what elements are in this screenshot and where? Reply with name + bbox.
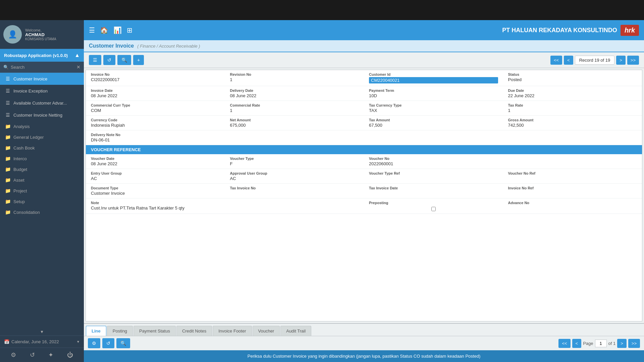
invoice-no-field: Invoice No CI2022000017 [86,70,225,86]
app-title[interactable]: Robustapp Application (v1.0.0) ▲ [0,49,84,62]
due-date-value: 22 June 2022 [508,93,637,98]
entry-user-group-value: AC [91,176,220,181]
menu-icon: ☰ [5,88,11,94]
record-nav: << < Record 19 of 19 > >> [550,56,639,65]
prev-record-button[interactable]: < [564,56,573,65]
bottom-toolbar-left: ⚙ ↺ 🔍 [88,338,130,348]
close-icon[interactable]: ✕ [76,64,80,70]
last-record-button[interactable]: >> [627,56,639,65]
refresh-button[interactable]: ↺ [103,55,115,65]
note-label: Note [91,201,220,205]
menu-icon[interactable]: ☰ [89,26,95,34]
page-subtitle: ( Finance / Account Receivable ) [137,44,200,49]
revision-no-value: 1 [230,77,359,82]
sidebar-item-asset[interactable]: 📁 Asset [0,175,84,185]
username: ACHMAD [25,32,56,37]
settings-button[interactable]: ⚙ [88,338,100,348]
sidebar-item-consolidation[interactable]: 📁 Consolidation [0,207,84,218]
sidebar-item-general-ledger[interactable]: 📁 General Ledger [0,132,84,142]
tax-amount-value: 67,500 [369,123,498,128]
refresh-bottom-button[interactable]: ↺ [102,338,114,348]
home-icon[interactable]: 🏠 [100,26,108,34]
last-page-button[interactable]: >> [628,339,640,348]
tab-posting[interactable]: Posting [107,326,133,336]
page-title-bar: Customer Invoice ( Finance / Account Rec… [84,40,644,52]
sidebar-item-label: Consolidation [13,210,40,215]
sidebar-item-interco[interactable]: 📁 Interco [0,153,84,164]
invoice-no-ref-label: Invoice No Ref [508,186,637,190]
first-page-button[interactable]: << [558,339,570,348]
advance-no-field: Advance No [503,198,642,214]
status-bar: Periksa dulu Customer Invoice yang ingin… [84,350,644,362]
search-input[interactable] [11,65,74,70]
tab-audit-trail[interactable]: Audit Trail [280,326,311,336]
tab-credit-notes[interactable]: Credit Notes [176,326,212,336]
revision-no-label: Revision No [230,72,359,76]
list-view-button[interactable]: ☰ [89,55,101,65]
folder-icon: 📁 [5,199,11,204]
main-fields-grid: Invoice No CI2022000017 Revision No 1 Cu… [86,70,642,145]
search-bottom-button[interactable]: 🔍 [116,338,130,348]
refresh-icon[interactable]: ↺ [30,351,35,359]
preposting-checkbox[interactable] [369,207,498,211]
dashboard-icon[interactable]: 📊 [113,26,122,34]
calendar-date[interactable]: 📅 Calendar, June 16, 2022 [4,339,59,344]
settings-icon[interactable]: ⚙ [11,351,16,359]
folder-icon: 📁 [5,209,11,215]
folder-icon: 📁 [5,156,11,161]
sidebar-item-cash-book[interactable]: 📁 Cash Book [0,142,84,153]
note-field: Note Cust.Inv untuk PT.Tirta Ratna Tart … [86,198,225,214]
voucher-no-ref-field: Voucher No Ref [503,169,642,184]
sidebar-item-available-customer[interactable]: ☰ Available Customer Advar... [0,97,84,109]
sidebar-item-label: Setup [13,199,25,204]
page-number-input[interactable] [595,340,607,347]
sidebar-item-customer-invoice-netting[interactable]: ☰ Customer Invoice Netting [0,109,84,121]
sidebar-item-customer-invoice[interactable]: ☰ Customer Invoice [0,73,84,85]
note-value: Cust.Inv untuk PT.Tirta Ratna Tart Karak… [91,205,220,210]
menu-icon: ☰ [5,100,11,106]
add-button[interactable]: + [133,55,144,65]
tab-line[interactable]: Line [86,326,106,336]
sidebar-item-setup[interactable]: 📁 Setup [0,196,84,207]
invoice-no-label: Invoice No [91,72,220,76]
approval-user-group-field: Approval User Group AC [225,169,364,184]
power-icon[interactable]: ⏻ [67,352,73,359]
voucher-no-label: Voucher No [369,157,498,161]
tools-icon[interactable]: ✦ [48,351,53,359]
sidebar-calendar[interactable]: 📅 Calendar, June 16, 2022 ▼ [0,336,84,348]
calendar-icon: 📅 [4,339,9,344]
grid-icon[interactable]: ⊞ [127,26,132,34]
next-page-button[interactable]: > [617,339,627,348]
tab-payment-status[interactable]: Payment Status [133,326,176,336]
tax-invoice-no-label: Tax Invoice No [230,186,359,190]
delivery-date-label: Delivery Date [230,88,359,93]
gross-amount-value: 742,500 [508,123,637,128]
first-record-button[interactable]: << [550,56,562,65]
sidebar-item-analysis[interactable]: 📁 Analysis [0,121,84,132]
empty-voucher-field-1 [503,154,642,169]
sidebar-item-project[interactable]: 📁 Project [0,185,84,196]
preposting-label: Preposting [369,201,498,205]
delivery-date-field: Delivery Date 08 June 2022 [225,86,364,101]
folder-icon: 📁 [5,145,11,150]
sidebar-item-budget[interactable]: 📁 Budget [0,164,84,175]
sidebar-item-invoice-exception[interactable]: ☰ Invoice Exception [0,85,84,97]
voucher-type-label: Voucher Type [230,157,359,161]
prev-page-button[interactable]: < [572,339,582,348]
currency-code-value: Indonesia Rupiah [91,123,220,128]
sidebar-scroll-down[interactable]: ▼ [0,328,84,336]
gross-amount-label: Gross Amount [508,118,637,122]
tax-amount-field: Tax Amount 67,500 [364,116,503,130]
entry-user-group-label: Entry User Group [91,171,220,175]
voucher-no-value: 2022060001 [369,161,498,166]
chevron-down-icon: ▼ [40,329,44,334]
tab-voucher[interactable]: Voucher [253,326,280,336]
next-record-button[interactable]: > [616,56,626,65]
welcome-label: Welcome, [25,28,56,32]
tab-invoice-footer[interactable]: Invoice Footer [213,326,252,336]
tax-rate-label: Tax Rate [508,103,637,107]
toolbar: ☰ ↺ 🔍 + << < Record 19 of 19 > >> [84,52,644,68]
search-button[interactable]: 🔍 [117,55,131,65]
page-total: of 1 [608,341,616,346]
content-header: ☰ 🏠 📊 ⊞ PT HALUAN REKADAYA KONSULTINDO h… [84,20,644,40]
